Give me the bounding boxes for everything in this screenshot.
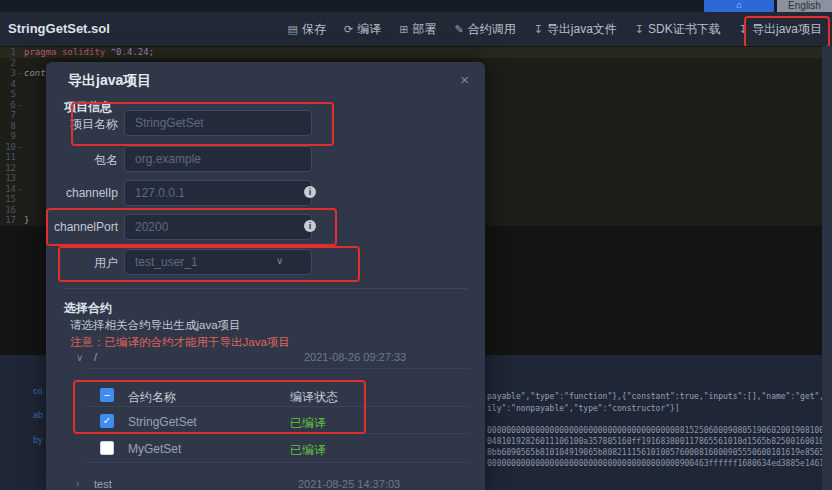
- section-select-contract: 选择合约: [64, 300, 112, 317]
- fold-marker-icon[interactable]: -: [16, 184, 24, 195]
- download-icon: ↧: [739, 23, 748, 36]
- fold-gutter: [16, 194, 24, 205]
- contract-name: StringGetSet: [128, 415, 197, 429]
- compile-label: 编译: [357, 21, 381, 38]
- line-number: 3: [0, 68, 16, 79]
- save-label: 保存: [302, 21, 326, 38]
- bytecode-line: 04810192826011106100a357805160ff19168380…: [487, 436, 822, 447]
- contract-group-name[interactable]: test: [94, 478, 112, 490]
- fold-marker-icon[interactable]: -: [16, 100, 24, 111]
- editor-line[interactable]: 1pragma solidity ^0.4.24;: [0, 47, 822, 58]
- export-java-file-label: 导出java文件: [547, 21, 617, 38]
- ide-window: ⌂ English StringGetSet.sol ▤ 保存 ⟳ 编译 ⊞ 部…: [0, 0, 832, 490]
- line-number: 2: [0, 58, 16, 69]
- contract-group-date: 2021-08-26 09:27:33: [304, 351, 406, 363]
- compile-status: 已编译: [290, 442, 326, 459]
- language-toggle-button[interactable]: English: [777, 0, 832, 12]
- info-icon[interactable]: i: [304, 186, 316, 198]
- line-number: 16: [0, 205, 16, 216]
- line-number: 9: [0, 131, 16, 142]
- line-number: 1: [0, 47, 16, 58]
- sdk-cert-download-button[interactable]: ↧ SDK证书下载: [635, 21, 721, 38]
- abi-json-line: payable","type":"function"},{"constant":…: [487, 391, 822, 403]
- fold-gutter: [16, 110, 24, 121]
- fold-gutter: [16, 163, 24, 174]
- bytecode-line: 8bb6090565b810104919065b8082111561010057…: [487, 447, 822, 458]
- info-icon[interactable]: i: [304, 220, 316, 232]
- code-text: }: [24, 215, 29, 226]
- column-compile-status: 编译状态: [290, 389, 338, 406]
- fold-gutter: [16, 89, 24, 100]
- editor-scrollbar[interactable]: [822, 46, 832, 490]
- abi-json-line: ily":"nonpayable","type":"constructor"}]: [487, 403, 822, 415]
- toolbar: ▤ 保存 ⟳ 编译 ⊞ 部署 ✎ 合约调用 ↧ 导出java文件 ↧ SDK证书…: [288, 12, 822, 46]
- line-number: 15: [0, 194, 16, 205]
- fold-marker-icon[interactable]: -: [16, 142, 24, 153]
- output-field-label: by: [33, 435, 43, 445]
- fold-gutter: [16, 152, 24, 163]
- fold-gutter: [16, 215, 24, 226]
- download-icon: ↧: [534, 23, 543, 36]
- package-name-label: 包名: [46, 152, 118, 169]
- compile-icon: ⟳: [344, 23, 353, 36]
- select-all-checkbox[interactable]: –: [100, 388, 114, 402]
- line-number: 13: [0, 173, 16, 184]
- save-button[interactable]: ▤ 保存: [288, 21, 326, 38]
- line-number: 14: [0, 184, 16, 195]
- contract-call-button[interactable]: ✎ 合约调用: [454, 21, 515, 38]
- bytecode-hex-text: 0000000000000000000000000000000000000000…: [487, 425, 822, 469]
- line-number: 6: [0, 100, 16, 111]
- user-select[interactable]: test_user_1: [124, 249, 312, 275]
- close-icon[interactable]: ×: [460, 71, 469, 88]
- line-number: 8: [0, 121, 16, 132]
- fold-gutter: [16, 58, 24, 69]
- channel-port-input[interactable]: 20200: [124, 214, 312, 240]
- deploy-icon: ⊞: [399, 23, 408, 36]
- fold-gutter: [16, 79, 24, 90]
- divider: [86, 406, 469, 407]
- select-contract-hint: 请选择相关合约导出生成java项目: [70, 318, 241, 333]
- package-name-input[interactable]: org.example: [124, 146, 312, 172]
- compile-button[interactable]: ⟳ 编译: [344, 21, 381, 38]
- compile-status: 已编译: [290, 415, 326, 432]
- contract-group-path[interactable]: /: [94, 351, 97, 363]
- save-icon: ▤: [288, 23, 298, 36]
- line-number: 11: [0, 152, 16, 163]
- fold-gutter: [16, 47, 24, 58]
- compiled-only-note: 注意：已编译的合约才能用于导出Java项目: [70, 335, 290, 350]
- line-number: 12: [0, 163, 16, 174]
- deploy-label: 部署: [412, 21, 436, 38]
- contract-checkbox[interactable]: ✓: [100, 414, 114, 428]
- home-icon: ⌂: [736, 0, 741, 10]
- line-number: 17: [0, 215, 16, 226]
- fold-gutter: [16, 205, 24, 216]
- project-name-input[interactable]: StringGetSet: [124, 110, 312, 136]
- channel-ip-input[interactable]: 127.0.0.1: [124, 180, 312, 206]
- output-field-label: co: [33, 386, 43, 396]
- fold-marker-icon[interactable]: -: [16, 68, 24, 79]
- contract-group-date: 2021-08-25 14:37:03: [298, 478, 400, 490]
- export-java-project-dialog: 导出java项目 × 项目信息 项目名称 StringGetSet 包名 org…: [46, 62, 485, 490]
- bytecode-line: 0000000000000000000000000000000000000000…: [487, 425, 822, 436]
- contract-name: MyGetSet: [128, 442, 181, 456]
- export-java-project-button[interactable]: ↧ 导出java项目: [739, 21, 822, 38]
- channel-port-label: channelPort: [46, 220, 118, 234]
- user-label: 用户: [46, 255, 118, 272]
- sdk-cert-download-label: SDK证书下载: [648, 21, 721, 38]
- line-number: 5: [0, 89, 16, 100]
- deploy-button[interactable]: ⊞ 部署: [399, 21, 436, 38]
- line-number: 4: [0, 79, 16, 90]
- abi-json-text: payable","type":"function"},{"constant":…: [487, 391, 822, 415]
- chevron-right-icon[interactable]: ›: [76, 478, 79, 489]
- export-java-file-button[interactable]: ↧ 导出java文件: [534, 21, 617, 38]
- contract-call-label: 合约调用: [468, 21, 516, 38]
- divider: [86, 462, 469, 463]
- fold-gutter: [16, 121, 24, 132]
- code-text: pragma solidity ^0.4.24;: [24, 47, 154, 58]
- divider: [86, 368, 469, 369]
- contract-checkbox[interactable]: [100, 441, 114, 455]
- fold-gutter: [16, 173, 24, 184]
- download-icon: ↧: [635, 23, 644, 36]
- fold-gutter: [16, 131, 24, 142]
- chevron-down-icon[interactable]: ∨: [76, 352, 83, 363]
